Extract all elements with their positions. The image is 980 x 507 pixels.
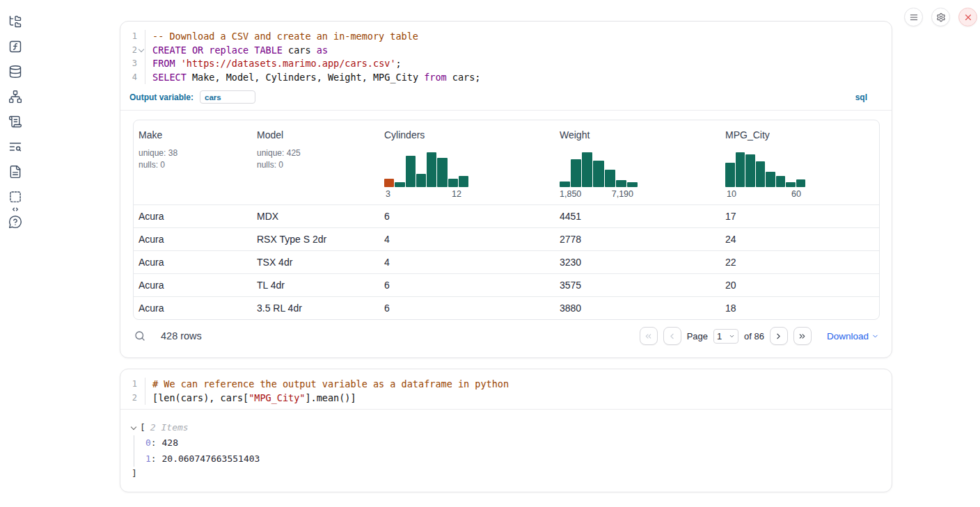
code-line: 1-- Download a CSV and create an in-memo…	[120, 30, 892, 44]
histogram-bar	[427, 152, 436, 187]
table-cell: Acura	[134, 280, 252, 291]
model-nulls-stat: nulls: 0	[257, 159, 374, 171]
table-cell: Acura	[134, 211, 252, 222]
table-cell: 18	[720, 303, 879, 314]
chevron-left-icon	[667, 332, 677, 341]
table-cell: Acura	[134, 257, 252, 268]
menu-button[interactable]	[904, 8, 923, 26]
table-cell: 4	[379, 234, 555, 245]
logs-icon[interactable]	[8, 115, 22, 129]
previous-page-button[interactable]	[663, 327, 681, 345]
line-number: 2	[120, 392, 145, 405]
histogram-bar	[560, 182, 570, 187]
chevron-right-icon	[774, 332, 783, 341]
fold-toggle-icon[interactable]	[138, 47, 143, 52]
chevron-down-icon	[871, 332, 879, 340]
histogram-bar	[459, 176, 468, 187]
code-line: 2CREATE OR replace TABLE cars as	[120, 44, 892, 58]
functions-icon[interactable]	[8, 40, 22, 54]
last-page-button[interactable]	[793, 327, 812, 345]
table-cell: 22	[720, 257, 879, 268]
histogram-bar	[756, 161, 766, 187]
shutdown-button[interactable]	[958, 8, 977, 26]
next-page-button[interactable]	[770, 327, 788, 345]
line-number: 3	[120, 57, 145, 71]
table-body: AcuraMDX6445117AcuraRSX Type S 2dr427782…	[134, 204, 879, 319]
sql-code-editor[interactable]: 1-- Download a CSV and create an in-memo…	[120, 22, 892, 88]
total-pages-label: of 86	[744, 331, 764, 341]
settings-button[interactable]	[931, 8, 950, 26]
table-cell: TL 4dr	[252, 280, 379, 291]
table-row: AcuraRSX Type S 2dr4277824	[134, 227, 879, 250]
python-cell: 1# We can reference the output variable …	[120, 369, 892, 492]
histogram-bar	[796, 179, 806, 187]
chevrons-right-icon	[798, 332, 807, 341]
sidebar	[0, 15, 31, 229]
page-select[interactable]: 1	[713, 329, 738, 344]
table-row: AcuraTSX 4dr4323022	[134, 250, 879, 273]
menu-icon	[909, 13, 919, 22]
file-explorer-icon[interactable]	[8, 15, 22, 29]
line-number: 4	[120, 71, 145, 85]
gear-icon	[936, 13, 946, 22]
column-header-mpg-city[interactable]: MPG_City 10 60	[720, 120, 879, 204]
table-cell: 6	[379, 211, 555, 222]
help-chat-icon[interactable]	[8, 215, 22, 229]
chevrons-left-icon	[644, 332, 653, 341]
histogram-bar	[416, 174, 426, 187]
histogram-bar	[745, 154, 755, 187]
python-cell-output: [ 2 Items 0: 428 1: 20.060747663551403 ]	[120, 410, 892, 492]
table-cell: 24	[720, 234, 879, 245]
histogram-bar	[582, 152, 592, 187]
output-variable-label: Output variable:	[129, 92, 193, 102]
table-cell: 3.5 RL 4dr	[252, 303, 379, 314]
download-button[interactable]: Download	[827, 331, 879, 341]
python-code-editor[interactable]: 1# We can reference the output variable …	[120, 369, 892, 409]
dependency-graph-icon[interactable]	[8, 90, 22, 104]
histogram-bar	[437, 158, 447, 187]
documentation-icon[interactable]	[8, 165, 22, 179]
line-number: 2	[120, 44, 145, 58]
sql-cell-meta-row: Output variable: sql	[120, 88, 892, 110]
column-header-model[interactable]: Model unique: 425 nulls: 0	[252, 120, 379, 204]
model-unique-stat: unique: 425	[257, 147, 374, 159]
table-cell: 2778	[555, 234, 720, 245]
cylinders-histogram: 3 12	[384, 151, 468, 199]
table-cell: TSX 4dr	[252, 257, 379, 268]
table-cell: 4451	[555, 211, 720, 222]
weight-histogram: 1,850 7,190	[560, 151, 638, 199]
table-row: AcuraMDX6445117	[134, 204, 879, 227]
rows-count: 428 rows	[161, 330, 202, 341]
output-variable-input[interactable]	[200, 90, 255, 104]
collapse-toggle-icon[interactable]	[131, 424, 136, 429]
histogram-bar	[384, 179, 394, 187]
histogram-bar	[593, 161, 603, 187]
histogram-bar	[786, 182, 796, 187]
code-line: 4SELECT Make, Model, Cylinders, Weight, …	[120, 71, 892, 85]
topbar	[904, 8, 977, 26]
chevron-down-icon	[729, 333, 735, 339]
table-of-contents-icon[interactable]	[8, 140, 22, 154]
search-icon[interactable]	[134, 330, 146, 342]
code-line: 3FROM 'https://datasets.marimo.app/cars.…	[120, 57, 892, 71]
column-header-cylinders[interactable]: Cylinders 3 12	[379, 120, 555, 204]
items-count-label: 2 Items	[150, 420, 189, 435]
column-header-make[interactable]: Make unique: 38 nulls: 0	[134, 120, 252, 204]
snippets-icon[interactable]	[8, 190, 22, 204]
first-page-button[interactable]	[640, 327, 658, 345]
table-cell: MDX	[252, 211, 379, 222]
datasources-icon[interactable]	[8, 65, 22, 79]
table-cell: 6	[379, 303, 555, 314]
line-number: 1	[120, 30, 145, 44]
table-cell: 4	[379, 257, 555, 268]
data-table: Make unique: 38 nulls: 0 Model unique: 4…	[133, 120, 880, 320]
table-cell: 17	[720, 211, 879, 222]
histogram-bar	[627, 182, 638, 187]
language-badge: sql	[855, 92, 867, 102]
column-header-weight[interactable]: Weight 1,850 7,190	[555, 120, 720, 204]
histogram-bar	[776, 176, 786, 187]
mpg-city-histogram: 10 60	[725, 151, 805, 199]
table-cell: 3880	[555, 303, 720, 314]
table-cell: 20	[720, 280, 879, 291]
histogram-bar	[616, 180, 626, 187]
